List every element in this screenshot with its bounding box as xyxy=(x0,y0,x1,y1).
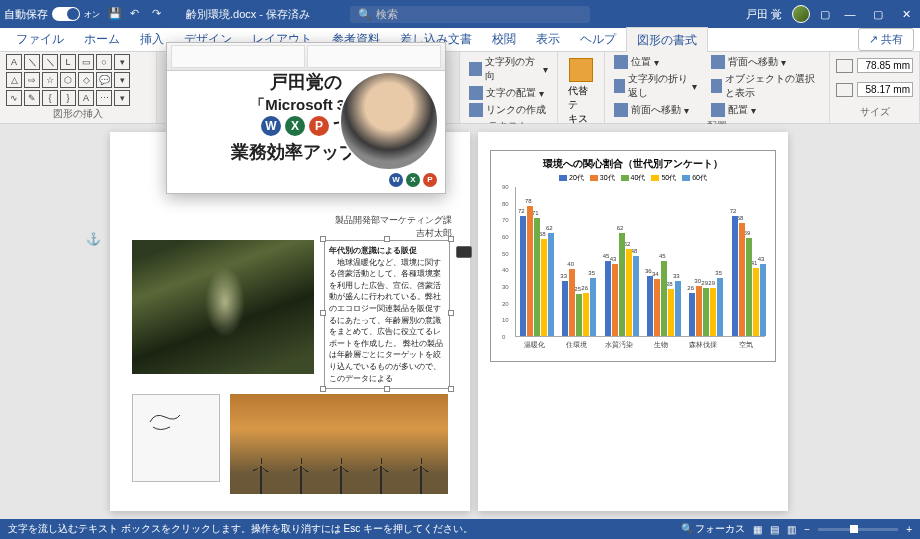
focus-mode-button[interactable]: 🔍 フォーカス xyxy=(681,522,746,536)
group-arrange: 位置 ▾ 文字列の折り返し ▾ 前面へ移動 ▾ 背面へ移動 ▾ オブジェクトの選… xyxy=(605,52,830,123)
send-backward-button[interactable]: 背面へ移動 ▾ xyxy=(708,54,823,70)
share-button[interactable]: ↗ 共有 xyxy=(858,28,914,51)
save-icon[interactable]: 💾 xyxy=(108,7,122,21)
tab-view[interactable]: 表示 xyxy=(526,27,570,52)
height-input[interactable] xyxy=(857,58,913,73)
text-direction-button[interactable]: 文字列の方向 ▾ xyxy=(466,54,551,84)
group-text: 文字列の方向 ▾ 文字の配置 ▾ リンクの作成 テキスト xyxy=(460,52,558,123)
selection-handle[interactable] xyxy=(320,386,326,392)
chart[interactable]: 環境への関心割合（世代別アンケート） 20代30代40代50代60代 01020… xyxy=(490,150,776,362)
tab-review[interactable]: 校閲 xyxy=(482,27,526,52)
zoom-in-icon[interactable]: + xyxy=(906,524,912,535)
floating-banner: 戸田覚の 「Microsoft 365 W X P で 業務効率アップ!」 WX… xyxy=(166,42,446,194)
shape-more[interactable]: ▾ xyxy=(114,54,130,70)
status-bar: 文字を流し込むテキスト ボックスをクリックします。操作を取り消すには Esc キ… xyxy=(0,519,920,539)
shape-free[interactable]: ✎ xyxy=(24,90,40,106)
selection-handle[interactable] xyxy=(384,236,390,242)
forward-icon xyxy=(614,103,628,117)
selection-handle[interactable] xyxy=(448,386,454,392)
selection-handle[interactable] xyxy=(448,236,454,242)
shape-diamond[interactable]: ◇ xyxy=(78,72,94,88)
shape-brace[interactable]: { xyxy=(42,90,58,106)
position-button[interactable]: 位置 ▾ xyxy=(611,54,700,70)
shape-text[interactable]: A xyxy=(78,90,94,106)
shape-line[interactable]: ＼ xyxy=(24,54,40,70)
group-insert-shapes: A ＼ ＼ L ▭ ○ ▾ △ ⇨ ☆ ⬡ ◇ 💬 ▾ ∿ ✎ { } A ⋯ … xyxy=(0,52,157,123)
shape-star[interactable]: ☆ xyxy=(42,72,58,88)
width-input[interactable] xyxy=(857,82,913,97)
shape-triangle[interactable]: △ xyxy=(6,72,22,88)
autosave-toggle[interactable]: 自動保存 オン xyxy=(4,7,100,22)
page-2: 環境への関心割合（世代別アンケート） 20代30代40代50代60代 01020… xyxy=(478,132,788,511)
view-web-icon[interactable]: ▥ xyxy=(787,524,796,535)
shape-connector[interactable]: L xyxy=(60,54,76,70)
view-print-icon[interactable]: ▦ xyxy=(753,524,762,535)
close-icon[interactable]: ✕ xyxy=(896,8,916,21)
shapes-gallery[interactable]: A ＼ ＼ L ▭ ○ ▾ △ ⇨ ☆ ⬡ ◇ 💬 ▾ ∿ ✎ { } A ⋯ … xyxy=(6,54,150,106)
position-icon xyxy=(614,55,628,69)
bring-forward-button[interactable]: 前面へ移動 ▾ xyxy=(611,102,700,118)
window-controls: — ▢ ✕ xyxy=(840,8,916,21)
sunset-image[interactable] xyxy=(230,394,448,494)
undo-icon[interactable]: ↶ xyxy=(130,7,144,21)
quick-access-toolbar: 💾 ↶ ↷ xyxy=(108,7,166,21)
create-link-button[interactable]: リンクの作成 xyxy=(466,102,551,118)
body-heading: 年代別の意識による販促 xyxy=(329,245,445,257)
chart-plot: 01020304050607080907278715862温暖化33402526… xyxy=(515,187,765,337)
wrap-button[interactable]: 文字列の折り返し ▾ xyxy=(611,71,700,101)
chart-title: 環境への関心割合（世代別アンケート） xyxy=(497,157,769,171)
page-header-text: 製品開発部マーケティング課 吉村太郎 xyxy=(335,214,452,240)
shape-brace2[interactable]: } xyxy=(60,90,76,106)
search-input[interactable] xyxy=(376,8,582,20)
ribbon-display-icon[interactable]: ▢ xyxy=(820,8,830,21)
text-overflow-icon[interactable] xyxy=(456,246,472,258)
clipart-box[interactable] xyxy=(132,394,220,482)
view-read-icon[interactable]: ▤ xyxy=(770,524,779,535)
selection-handle[interactable] xyxy=(320,236,326,242)
shape-textbox[interactable]: A xyxy=(6,54,22,70)
group-label-shapes: 図形の挿入 xyxy=(6,107,150,121)
shape-callout[interactable]: 💬 xyxy=(96,72,112,88)
tab-shape-format[interactable]: 図形の書式 xyxy=(626,27,708,53)
tab-home[interactable]: ホーム xyxy=(74,27,130,52)
selection-pane-button[interactable]: オブジェクトの選択と表示 xyxy=(708,71,823,101)
text-align-button[interactable]: 文字の配置 ▾ xyxy=(466,85,551,101)
text-box-selected[interactable]: 年代別の意識による販促 地球温暖化など、環境に関する啓蒙活動として、各種環境案を… xyxy=(324,240,450,389)
group-size: サイズ xyxy=(830,52,920,123)
shape-line2[interactable]: ＼ xyxy=(42,54,58,70)
tab-file[interactable]: ファイル xyxy=(6,27,74,52)
selection-handle[interactable] xyxy=(320,310,326,316)
avatar[interactable] xyxy=(792,5,810,23)
toggle-switch[interactable] xyxy=(52,7,80,21)
shape-scroll[interactable]: ▾ xyxy=(114,72,130,88)
anchor-icon: ⚓ xyxy=(86,232,100,246)
document-canvas[interactable]: ⚓ 製品開発部マーケティング課 吉村太郎 年代別の意識による販促 地球温暖化など… xyxy=(0,124,920,519)
chart-legend: 20代30代40代50代60代 xyxy=(497,173,769,183)
forest-image[interactable] xyxy=(132,240,314,374)
maximize-icon[interactable]: ▢ xyxy=(868,8,888,21)
shape-expand[interactable]: ▾ xyxy=(114,90,130,106)
zoom-out-icon[interactable]: − xyxy=(804,524,810,535)
search-box[interactable]: 🔍 xyxy=(350,6,590,23)
redo-icon[interactable]: ↷ xyxy=(152,7,166,21)
minimize-icon[interactable]: — xyxy=(840,8,860,21)
selection-handle[interactable] xyxy=(448,310,454,316)
shape-more2[interactable]: ⋯ xyxy=(96,90,112,106)
zoom-slider[interactable] xyxy=(818,528,898,531)
align-button[interactable]: 配置 ▾ xyxy=(708,102,823,118)
excel-badge: X xyxy=(285,116,305,136)
height-field[interactable] xyxy=(836,58,913,73)
shape-hex[interactable]: ⬡ xyxy=(60,72,76,88)
selection-handle[interactable] xyxy=(384,386,390,392)
user-name[interactable]: 戸田 覚 xyxy=(746,7,782,22)
height-icon xyxy=(836,59,853,73)
shape-oval[interactable]: ○ xyxy=(96,54,112,70)
shape-rect[interactable]: ▭ xyxy=(78,54,94,70)
shape-arrow[interactable]: ⇨ xyxy=(24,72,40,88)
shape-curve[interactable]: ∿ xyxy=(6,90,22,106)
width-field[interactable] xyxy=(836,82,913,97)
tab-help[interactable]: ヘルプ xyxy=(570,27,626,52)
autosave-label: 自動保存 xyxy=(4,7,48,22)
text-direction-icon xyxy=(469,62,482,76)
width-icon xyxy=(836,83,853,97)
